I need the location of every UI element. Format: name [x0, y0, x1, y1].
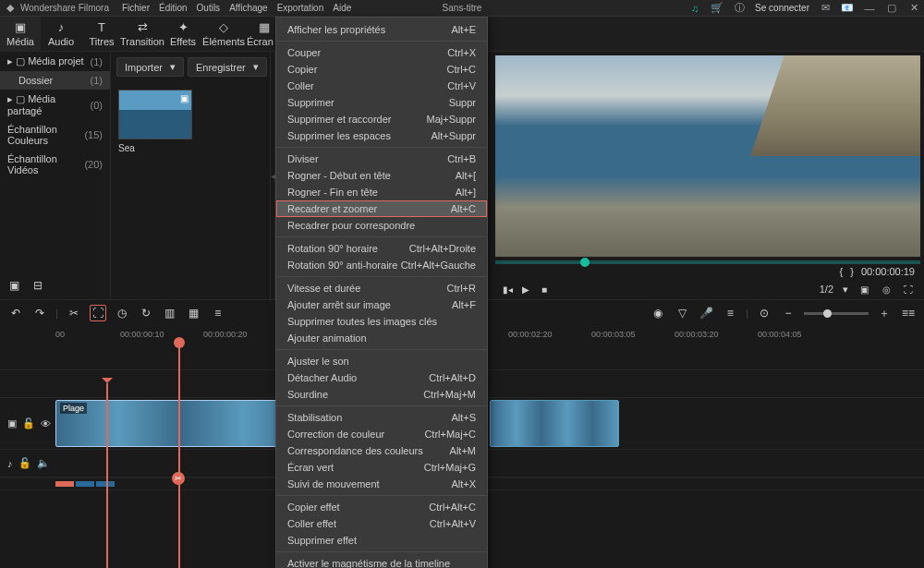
quality-icon[interactable]: ▣ — [857, 283, 870, 296]
menu-tools[interactable]: Outils — [197, 3, 221, 13]
zoom-handle[interactable] — [823, 309, 832, 318]
ctx-color-correct[interactable]: Correction de couleurCtrl+Maj+C — [276, 426, 487, 442]
tree-project[interactable]: ▸ ▢ Média projet(1) — [0, 52, 110, 71]
lock-icon[interactable]: 🔓 — [18, 457, 31, 469]
tree-video-samples[interactable]: Échantillon Vidéos(20) — [0, 150, 110, 179]
mixer-icon[interactable]: ≡ — [722, 305, 738, 321]
menu-file[interactable]: Fichier — [122, 3, 150, 13]
tab-media[interactable]: ▣Média — [0, 17, 41, 52]
tree-color-samples[interactable]: Échantillon Couleurs(15) — [0, 120, 110, 150]
headset-icon[interactable]: ♫ — [688, 2, 701, 15]
menu-help[interactable]: Aide — [333, 3, 351, 13]
chevron-right-icon: ▸ — [7, 55, 13, 66]
record-icon[interactable]: ▽ — [674, 305, 690, 321]
refresh-icon[interactable]: ↻ — [138, 305, 154, 321]
ctx-delete[interactable]: SupprimerSuppr — [276, 94, 487, 111]
ctx-trim-end[interactable]: Rogner - Fin en têteAlt+] — [276, 184, 487, 200]
ctx-copy[interactable]: CopierCtrl+C — [276, 61, 487, 78]
close-icon[interactable]: ✕ — [907, 2, 920, 15]
document-title: Sans-titre — [443, 3, 482, 13]
ctx-rotate-cw[interactable]: Rotation 90° horaireCtrl+Alt+Droite — [276, 240, 487, 257]
menu-edit[interactable]: Édition — [159, 3, 188, 13]
ctx-speed[interactable]: Vitesse et duréeCtrl+R — [276, 280, 487, 296]
marker-icon[interactable]: ◉ — [650, 305, 666, 321]
login-link[interactable]: Se connecter — [755, 3, 809, 13]
group-icon[interactable]: ⊟ — [30, 277, 46, 294]
ctx-crop-fit[interactable]: Recadrer pour correspondre — [276, 217, 487, 234]
ctx-green-screen[interactable]: Écran vertCtrl+Maj+G — [276, 459, 487, 476]
chevron-down-icon[interactable]: ▾ — [843, 284, 848, 296]
ctx-snap[interactable]: Activer le magnétisme de la timeline — [276, 555, 487, 568]
tab-audio[interactable]: ♪Audio — [41, 17, 81, 52]
tab-transition[interactable]: ⇄Transition — [122, 17, 163, 52]
zoom-slider[interactable] — [804, 312, 869, 315]
play-icon[interactable]: ▶ — [519, 283, 532, 296]
maximize-icon[interactable]: ▢ — [885, 2, 898, 15]
playhead-start[interactable] — [106, 383, 108, 568]
scrubber-handle[interactable] — [580, 258, 590, 267]
ctx-stabilize[interactable]: StabilisationAlt+S — [276, 409, 487, 426]
zoom-in-icon[interactable]: ＋ — [876, 305, 893, 321]
new-folder-icon[interactable]: ▣ — [6, 277, 22, 294]
ctx-rotate-ccw[interactable]: Rotation 90° anti-horaireCtrl+Alt+Gauche — [276, 257, 487, 273]
mark-in-icon[interactable]: { — [840, 266, 844, 277]
mic-icon[interactable]: 🎤 — [698, 305, 714, 321]
mark-out-icon[interactable]: } — [850, 266, 854, 277]
ctx-delete-effect[interactable]: Supprimer effet — [276, 532, 487, 549]
tab-effects[interactable]: ✦Effets — [163, 17, 203, 52]
ctx-cut[interactable]: CouperCtrl+X — [276, 44, 487, 61]
video-clip[interactable] — [490, 400, 619, 447]
zoom-fit-icon[interactable]: ⊙ — [756, 305, 772, 321]
playhead[interactable] — [178, 343, 180, 568]
eye-icon[interactable]: 👁 — [41, 418, 51, 429]
effects-icon[interactable]: ≡ — [210, 305, 226, 321]
undo-icon[interactable]: ↶ — [7, 305, 24, 321]
ctx-detach-audio[interactable]: Détacher AudioCtrl+Alt+D — [276, 369, 487, 386]
preview-viewport[interactable] — [495, 55, 920, 257]
delete-icon[interactable]: ✂ — [66, 305, 82, 321]
zoom-out-icon[interactable]: − — [780, 305, 796, 321]
ctx-add-animation[interactable]: Ajouter animation — [276, 330, 487, 346]
tab-titles[interactable]: TTitres — [81, 17, 122, 52]
stop-icon[interactable]: ■ — [538, 283, 551, 296]
minimize-icon[interactable]: — — [863, 2, 876, 15]
menu-export[interactable]: Exportation — [277, 3, 324, 13]
timeline-ruler[interactable]: 00 00:00:00:10 00:00:00:20 00:00:02:20 0… — [55, 326, 924, 343]
scissors-marker[interactable]: ✂ — [172, 472, 185, 485]
crop-icon[interactable]: ⛶ — [90, 305, 106, 321]
ctx-color-match[interactable]: Correspondance des couleursAlt+M — [276, 442, 487, 459]
color-icon[interactable]: ▥ — [162, 305, 178, 321]
message-icon[interactable]: ✉ — [819, 2, 832, 15]
snapshot-icon[interactable]: ◎ — [880, 283, 893, 296]
ctx-crop-zoom[interactable]: Recadrer et zoomerAlt+C — [276, 200, 487, 217]
tree-shared[interactable]: ▸ ▢ Média partagé(0) — [0, 90, 110, 120]
ctx-split[interactable]: DiviserCtrl+B — [276, 151, 487, 167]
ctx-adjust-audio[interactable]: Ajuster le son — [276, 353, 487, 369]
mail-icon[interactable]: 📧 — [841, 2, 854, 15]
greenscreen-icon[interactable]: ▦ — [186, 305, 202, 321]
track-manager-icon[interactable]: ≡≡ — [900, 305, 917, 321]
speed-icon[interactable]: ◷ — [114, 305, 130, 321]
save-dropdown[interactable]: Enregistrer▾ — [188, 57, 267, 77]
fullscreen-icon[interactable]: ⛶ — [902, 283, 915, 296]
ctx-delete-trim[interactable]: Supprimer et raccorderMaj+Suppr — [276, 111, 487, 127]
lock-icon[interactable]: 🔓 — [22, 417, 35, 429]
ctx-properties[interactable]: Afficher les propriétésAlt+E — [276, 21, 487, 38]
ctx-motion-track[interactable]: Suivi de mouvementAlt+X — [276, 476, 487, 492]
ctx-copy-effect[interactable]: Copier effetCtrl+Alt+C — [276, 499, 487, 515]
mute-icon[interactable]: 🔈 — [37, 457, 50, 469]
ctx-freeze[interactable]: Ajouter arrêt sur imageAlt+F — [276, 296, 487, 313]
tab-elements[interactable]: ◇Éléments — [203, 17, 244, 52]
info-icon[interactable]: ⓘ — [733, 2, 746, 15]
preview-scrubber[interactable] — [495, 260, 920, 264]
redo-icon[interactable]: ↷ — [31, 305, 48, 321]
media-thumbnail[interactable]: ▣ — [118, 90, 192, 139]
ctx-trim-start[interactable]: Rogner - Début en têteAlt+[ — [276, 167, 487, 184]
menu-view[interactable]: Affichage — [229, 3, 268, 13]
import-dropdown[interactable]: Importer▾ — [116, 57, 184, 77]
ctx-mute[interactable]: SourdineCtrl+Maj+M — [276, 386, 487, 403]
zoom-ratio[interactable]: 1/2 — [820, 284, 833, 295]
tree-folder[interactable]: Dossier(1) — [0, 71, 110, 90]
prev-frame-icon[interactable]: ▮◂ — [501, 283, 514, 296]
cart-icon[interactable]: 🛒 — [711, 2, 723, 15]
